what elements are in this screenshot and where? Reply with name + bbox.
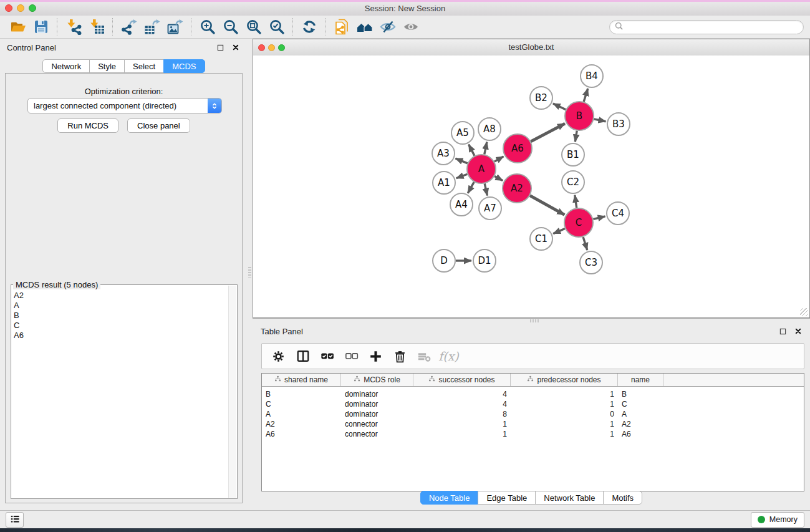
graph-node-C4[interactable]: C4 [607,202,629,225]
run-mcds-button[interactable]: Run MCDS [57,118,118,133]
export-table-icon[interactable] [140,17,163,37]
close-view-button[interactable] [258,44,265,51]
zoom-selected-icon[interactable] [265,17,288,37]
column-header-shared-name[interactable]: shared name [262,374,341,386]
graph-edge-C-C3[interactable] [583,237,587,250]
horizontal-splitter[interactable] [253,318,810,322]
graph-node-B4[interactable]: B4 [581,65,603,87]
column-header-predecessor-nodes[interactable]: predecessor nodes [511,374,618,386]
result-scrollbar[interactable] [228,286,236,498]
tab-network-table[interactable]: Network Table [535,491,604,505]
network-canvas[interactable]: B4B2BB3A5A8A6A3B1AA1C2A2A4A7CC4C1C3DD1 [253,56,809,317]
graph-edge-B-B2[interactable] [553,104,566,110]
tab-node-table[interactable]: Node Table [420,491,479,505]
tab-motifs[interactable]: Motifs [603,491,642,505]
settings-icon[interactable] [266,345,291,367]
search-box[interactable] [609,20,804,34]
hide-details-icon[interactable] [376,17,399,37]
zoom-in-icon[interactable] [196,17,219,37]
graph-edge-A-A7[interactable] [485,183,487,195]
graph-node-C1[interactable]: C1 [530,228,552,250]
table-row[interactable]: A2connector11A2 [262,419,804,429]
splitter-grip[interactable] [248,267,251,278]
graph-edge-A-A6[interactable] [494,157,504,162]
save-icon[interactable] [29,17,52,37]
tab-select[interactable]: Select [124,59,164,73]
graph-node-B2[interactable]: B2 [530,87,552,109]
close-panel-button[interactable]: Close panel [127,118,190,133]
network-window-controls[interactable] [258,44,285,51]
graph-edge-A6-B[interactable] [531,123,565,142]
graph-edge-A-A5[interactable] [469,145,475,156]
graph-node-A[interactable]: A [467,155,496,183]
graph-edge-B-B1[interactable] [575,131,577,142]
graph-edge-C-C1[interactable] [553,229,565,234]
maximize-view-button[interactable] [278,44,285,51]
mcds-result-item[interactable]: C [14,321,227,331]
delete-icon[interactable] [388,345,412,367]
graph-node-A6[interactable]: A6 [503,134,532,163]
export-image-icon[interactable] [163,17,186,37]
graph-node-B1[interactable]: B1 [562,143,584,166]
graph-edge-A-A3[interactable] [455,158,467,163]
graph-node-C2[interactable]: C2 [562,171,584,193]
graph-node-A4[interactable]: A4 [450,193,473,216]
import-network-icon[interactable] [62,17,85,37]
resize-grip-icon[interactable] [800,308,808,316]
graph-node-D1[interactable]: D1 [473,249,496,272]
zoom-out-icon[interactable] [219,17,242,37]
memory-button[interactable]: Memory [751,512,804,528]
show-details-icon[interactable] [399,17,422,37]
zoom-fit-icon[interactable] [242,17,265,37]
tab-network[interactable]: Network [42,59,90,73]
graph-edge-A-A1[interactable] [456,174,468,178]
refresh-icon[interactable] [297,17,321,37]
graph-edge-C-C4[interactable] [593,216,605,220]
graph-edge-C-C2[interactable] [575,195,577,208]
homes-icon[interactable] [353,17,376,37]
mcds-result-item[interactable]: A2 [14,291,227,301]
graph-node-C[interactable]: C [564,208,593,237]
graph-edge-B-B4[interactable] [584,89,588,102]
graph-node-C3[interactable]: C3 [580,251,602,274]
graph-node-A5[interactable]: A5 [451,122,474,144]
tab-mcds[interactable]: MCDS [163,59,205,73]
float-panel-icon[interactable] [215,42,226,53]
graph-edge-A-A4[interactable] [468,182,474,193]
graph-node-A7[interactable]: A7 [479,197,501,220]
mcds-result-item[interactable]: B [14,311,227,321]
task-history-button[interactable] [6,512,24,528]
new-network-icon[interactable] [330,17,353,37]
graph-node-A3[interactable]: A3 [432,142,455,165]
table-row[interactable]: Adominator80A [262,409,804,419]
graph-edge-A-A2[interactable] [494,176,503,180]
graph-edge-A-A8[interactable] [485,142,487,155]
deselect-all-icon[interactable] [339,345,364,367]
search-input[interactable] [624,22,799,32]
import-table-icon[interactable] [85,17,108,37]
graph-node-A2[interactable]: A2 [503,174,531,203]
column-header-successor-nodes[interactable]: successor nodes [413,374,511,386]
table-row[interactable]: Bdominator41B [262,389,804,399]
graph-node-A8[interactable]: A8 [478,118,501,140]
columns-icon[interactable] [291,345,315,367]
graph-edge-B-B3[interactable] [594,119,606,122]
graph-node-B3[interactable]: B3 [607,113,630,135]
select-all-icon[interactable] [315,345,339,367]
graph-edge-A2-C[interactable] [530,196,564,215]
export-network-icon[interactable] [117,17,140,37]
mcds-result-item[interactable]: A [14,301,227,311]
vertical-splitter[interactable] [248,39,253,510]
graph-node-D[interactable]: D [433,249,455,272]
tab-style[interactable]: Style [89,59,125,73]
optimization-criterion-select[interactable]: largest connected component (directed) [27,98,222,114]
add-icon[interactable] [364,345,388,367]
open-file-icon[interactable] [6,17,29,37]
table-row[interactable]: Cdominator41C [262,399,804,409]
tab-edge-table[interactable]: Edge Table [478,491,536,505]
graph-node-B[interactable]: B [565,102,594,130]
column-header-mcds-role[interactable]: MCDS role [341,374,413,386]
close-panel-icon[interactable] [230,42,241,53]
column-header-name[interactable]: name [618,374,663,386]
close-panel-icon[interactable] [793,326,803,337]
